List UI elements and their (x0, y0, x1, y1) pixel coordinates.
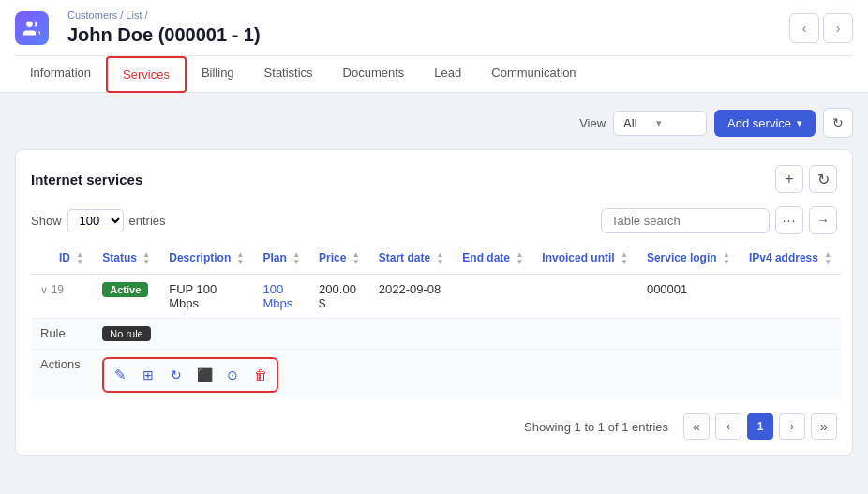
sort-arrows-service-login: ▲▼ (723, 251, 730, 266)
actions-cell: ✎ ⊞ ↻ ⬛ ⊙ 🗑 (93, 350, 841, 401)
sort-arrows-description: ▲▼ (237, 251, 245, 266)
app-icon (15, 11, 49, 45)
tab-communication[interactable]: Communication (476, 56, 591, 93)
sort-arrows-price: ▲▼ (352, 251, 360, 266)
location-icon[interactable]: ⊙ (220, 363, 245, 387)
th-price[interactable]: Price ▲▼ (309, 244, 369, 275)
row-start-date-cell: 2022-09-08 (369, 275, 454, 319)
show-label: Show (31, 214, 62, 228)
th-service-login[interactable]: Service login ▲▼ (637, 244, 740, 275)
row-plan-cell: 100 Mbps (254, 275, 310, 319)
search-input[interactable] (601, 208, 770, 233)
row-service-login-cell: 000001 (637, 275, 740, 319)
row-expand-cell[interactable]: ∨ 19 (31, 275, 93, 319)
main-content: View All ▾ Add service ▾ ↻ Internet serv… (0, 93, 868, 471)
pagination-row: Showing 1 to 1 of 1 entries « ‹ 1 › » (31, 413, 837, 440)
row-price-cell: 200.00 $ (309, 275, 369, 319)
card-refresh-button[interactable]: ↻ (809, 165, 837, 193)
th-start-date-label: Start date (379, 251, 430, 264)
no-rule-badge: No rule (102, 326, 150, 341)
breadcrumb: Customers / List / (67, 9, 261, 21)
th-status[interactable]: Status ▲▼ (93, 244, 159, 275)
pagination-info: Showing 1 to 1 of 1 entries (524, 420, 668, 434)
table-icon[interactable]: ⊞ (136, 363, 160, 387)
th-plan[interactable]: Plan ▲▼ (254, 244, 310, 275)
rule-value-cell: No rule (93, 319, 841, 350)
status-badge: Active (102, 282, 148, 297)
title-area: Customers / List / John Doe (000001 - 1) (67, 9, 261, 46)
tab-services[interactable]: Services (106, 56, 187, 93)
row-status-cell: Active (93, 275, 159, 319)
table-header-row: ID ▲▼ Status ▲▼ Description ▲▼ Plan (31, 244, 841, 275)
table-head: ID ▲▼ Status ▲▼ Description ▲▼ Plan (31, 244, 841, 275)
page-last-button[interactable]: » (811, 413, 837, 440)
view-label: View (579, 116, 606, 130)
page-next-button[interactable]: › (779, 413, 805, 440)
tab-lead[interactable]: Lead (419, 56, 476, 93)
sort-arrows-end-date: ▲▼ (516, 251, 523, 266)
add-record-button[interactable]: + (775, 165, 803, 193)
sort-arrows-invoiced: ▲▼ (621, 251, 628, 266)
th-invoiced[interactable]: Invoiced until ▲▼ (532, 244, 637, 275)
table-controls: Show 100 25 50 entries ··· → (31, 206, 837, 234)
page-1-label: 1 (757, 420, 764, 433)
tab-billing[interactable]: Billing (187, 56, 249, 93)
th-ipv4[interactable]: IPv4 address ▲▼ (740, 244, 841, 275)
refresh-icon: ↻ (832, 115, 844, 130)
entries-select[interactable]: 100 25 50 (67, 209, 124, 232)
sort-arrows-start-date: ▲▼ (436, 251, 443, 266)
rule-label-cell: Rule (31, 319, 93, 350)
delete-icon[interactable]: 🗑 (248, 363, 273, 387)
plan-link[interactable]: 100 Mbps (263, 282, 293, 310)
view-select[interactable]: All ▾ (613, 111, 707, 136)
column-options-button[interactable]: ··· (775, 206, 803, 234)
row-ipv4-cell (740, 275, 841, 319)
caret-down-icon: ▾ (797, 117, 802, 129)
dots-icon: ··· (783, 213, 797, 228)
th-start-date[interactable]: Start date ▲▼ (369, 244, 454, 275)
card-header-actions: + ↻ (775, 165, 837, 193)
expand-icon[interactable]: ∨ (40, 284, 48, 295)
th-description[interactable]: Description ▲▼ (159, 244, 253, 275)
sub-row-rule: Rule No rule (31, 319, 841, 350)
page-prev-button[interactable]: ‹ (715, 413, 741, 440)
header: Customers / List / John Doe (000001 - 1)… (0, 0, 868, 93)
breadcrumb-customers[interactable]: Customers / List / (67, 9, 148, 21)
app-icon-svg (22, 19, 41, 37)
add-service-button[interactable]: Add service ▾ (714, 110, 816, 137)
th-id[interactable]: ID ▲▼ (50, 244, 93, 275)
card-title: Internet services (31, 172, 142, 187)
th-status-label: Status (102, 251, 137, 264)
actions-label-cell: Actions (31, 350, 93, 401)
sort-arrows-plan: ▲▼ (292, 251, 300, 266)
th-price-label: Price (319, 251, 346, 264)
actions-icons: ✎ ⊞ ↻ ⬛ ⊙ 🗑 (102, 357, 278, 393)
th-end-date[interactable]: End date ▲▼ (453, 244, 532, 275)
th-invoiced-label: Invoiced until (542, 251, 614, 264)
row-description-cell: FUP 100 Mbps (159, 275, 253, 319)
th-id-label: ID (59, 251, 70, 264)
tab-documents[interactable]: Documents (328, 56, 420, 93)
tab-statistics[interactable]: Statistics (249, 56, 328, 93)
sync-icon[interactable]: ↻ (164, 363, 188, 387)
svg-point-0 (26, 21, 33, 27)
export-button[interactable]: → (809, 206, 837, 234)
sort-arrows-ipv4: ▲▼ (824, 251, 831, 266)
tab-information[interactable]: Information (15, 56, 106, 93)
th-description-label: Description (169, 251, 231, 264)
toolbar-refresh-button[interactable]: ↻ (823, 108, 853, 138)
row-id-prefix: 19 (52, 283, 64, 296)
nav-prev-button[interactable]: ‹ (789, 13, 819, 43)
th-service-login-label: Service login (647, 251, 717, 264)
sort-arrows-id: ▲▼ (76, 251, 83, 266)
search-right: ··· → (601, 206, 837, 234)
nav-next-button[interactable]: › (823, 13, 853, 43)
chart-icon[interactable]: ⬛ (192, 363, 217, 387)
page-1-button[interactable]: 1 (747, 413, 773, 440)
th-plan-label: Plan (263, 251, 287, 264)
view-value: All (623, 116, 636, 130)
page-first-button[interactable]: « (683, 413, 710, 440)
app-container: Customers / List / John Doe (000001 - 1)… (0, 0, 868, 494)
add-service-label: Add service (727, 116, 791, 130)
edit-icon[interactable]: ✎ (108, 363, 132, 387)
